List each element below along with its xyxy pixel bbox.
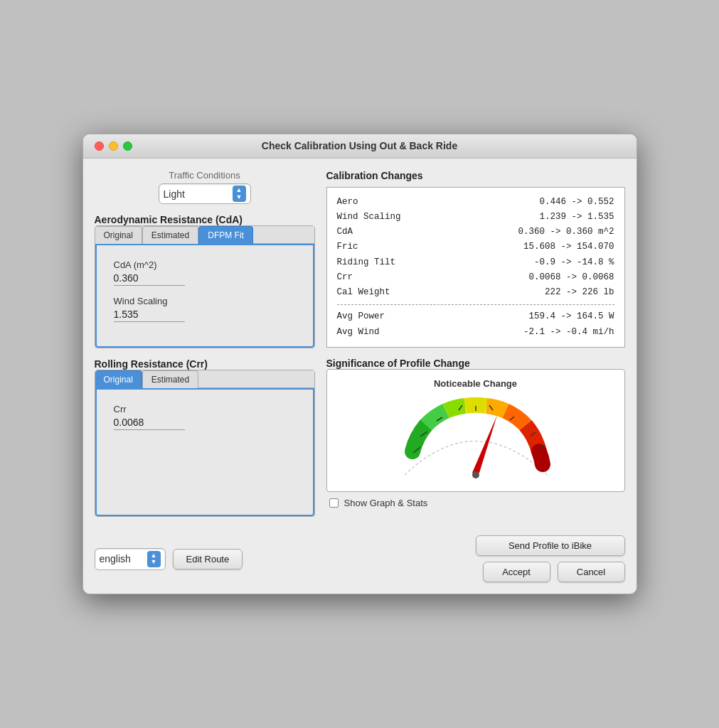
tab-original-rolling[interactable]: Original (95, 370, 142, 388)
cancel-button[interactable]: Cancel (558, 562, 625, 582)
language-select[interactable]: english ▲ ▼ (95, 548, 166, 571)
tab-estimated-rolling[interactable]: Estimated (142, 370, 198, 388)
aero-tab-panel: Original Estimated DFPM Fit CdA (m^2) 0.… (95, 225, 315, 348)
language-select-arrows[interactable]: ▲ ▼ (147, 551, 161, 568)
tab-estimated-aero[interactable]: Estimated (142, 226, 198, 244)
table-row: Avg Wind -2.1 -> -0.4 mi/h (337, 325, 614, 340)
accept-button[interactable]: Accept (483, 562, 550, 582)
accept-cancel-row: Accept Cancel (483, 562, 625, 582)
cal-values: 159.4 -> 164.5 W (528, 309, 614, 324)
table-row: Fric 15.608 -> 154.070 (337, 240, 614, 255)
wind-scaling-field: Wind Scaling 1.535 (114, 296, 296, 322)
arrow-down-icon: ▼ (236, 194, 243, 201)
cda-label: CdA (m^2) (114, 259, 296, 270)
aero-section-title: Aerodynamic Resistance (CdA) (95, 214, 315, 225)
calibration-changes-section: Calibration Changes Aero 0.446 -> 0.552 … (326, 170, 625, 348)
cal-name: Avg Power (337, 309, 408, 324)
send-profile-button[interactable]: Send Profile to iBike (476, 535, 625, 556)
tab-dfpm-fit[interactable]: DFPM Fit (198, 226, 253, 244)
cal-values: 0.0068 -> 0.0068 (528, 270, 614, 285)
cal-values: 0.360 -> 0.360 m^2 (518, 225, 614, 240)
table-row: Aero 0.446 -> 0.552 (337, 195, 614, 210)
bottom-bar: english ▲ ▼ Edit Route Send Profile to i… (83, 528, 637, 594)
close-button[interactable] (95, 141, 104, 151)
crr-value: 0.0068 (114, 417, 185, 430)
table-row: CdA 0.360 -> 0.360 m^2 (337, 225, 614, 240)
gauge-pivot (472, 471, 479, 478)
table-divider (337, 304, 614, 305)
show-graph-label: Show Graph & Stats (344, 498, 428, 508)
traffic-select[interactable]: Light ▲ ▼ (159, 183, 251, 205)
main-window: Check Calibration Using Out & Back Ride … (82, 134, 637, 595)
arrow-down-icon: ▼ (151, 559, 157, 566)
gauge-svg-element (383, 393, 568, 486)
rolling-section: Rolling Resistance (Crr) Original Estima… (95, 358, 315, 517)
language-value: english (100, 553, 131, 564)
wind-scaling-label: Wind Scaling (114, 296, 296, 306)
table-row: Wind Scaling 1.239 -> 1.535 (337, 210, 614, 225)
gauge-label: Noticeable Change (434, 378, 517, 389)
cal-values: 15.608 -> 154.070 (523, 240, 614, 255)
cal-name: Riding Tilt (337, 255, 408, 270)
traffic-label: Traffic Conditions (169, 170, 240, 181)
right-panel: Calibration Changes Aero 0.446 -> 0.552 … (326, 170, 625, 518)
cda-field: CdA (m^2) 0.360 (114, 259, 296, 286)
show-graph-checkbox[interactable] (329, 498, 339, 508)
calibration-table: Aero 0.446 -> 0.552 Wind Scaling 1.239 -… (326, 187, 625, 348)
cal-values: 222 -> 226 lb (545, 285, 614, 300)
significance-title: Significance of Profile Change (326, 358, 625, 369)
gauge-needle (472, 415, 497, 475)
minimize-button[interactable] (109, 141, 118, 151)
traffic-conditions-section: Traffic Conditions Light ▲ ▼ (95, 170, 315, 205)
cal-name: Wind Scaling (337, 210, 408, 225)
crr-label: Crr (114, 404, 296, 414)
table-row: Cal Weight 222 -> 226 lb (337, 285, 614, 300)
table-row: Riding Tilt -0.9 -> -14.8 % (337, 255, 614, 270)
table-row: Crr 0.0068 -> 0.0068 (337, 270, 614, 285)
title-bar: Check Calibration Using Out & Back Ride (83, 134, 637, 159)
cal-name: Crr (337, 270, 408, 285)
cal-name: Avg Wind (337, 325, 408, 340)
rolling-tab-bar: Original Estimated (95, 370, 314, 388)
show-graph-row: Show Graph & Stats (329, 498, 625, 508)
cal-name: Fric (337, 240, 408, 255)
cal-values: -0.9 -> -14.8 % (534, 255, 614, 270)
edit-route-button[interactable]: Edit Route (173, 549, 243, 569)
cal-values: 1.239 -> 1.535 (539, 210, 614, 225)
calibration-changes-title: Calibration Changes (326, 170, 625, 181)
cal-name: CdA (337, 225, 408, 240)
significance-section: Significance of Profile Change Noticeabl… (326, 358, 625, 508)
crr-field: Crr 0.0068 (114, 404, 296, 430)
window-title: Check Calibration Using Out & Back Ride (262, 140, 457, 151)
gauge-svg (383, 393, 568, 486)
maximize-button[interactable] (123, 141, 132, 151)
wind-scaling-value: 1.535 (114, 309, 185, 322)
cal-values: 0.446 -> 0.552 (539, 195, 614, 210)
left-bottom: english ▲ ▼ Edit Route (95, 548, 243, 571)
aero-section: Aerodynamic Resistance (CdA) Original Es… (95, 214, 315, 348)
window-controls (95, 141, 132, 151)
rolling-tab-content: Crr 0.0068 (95, 388, 314, 516)
aero-tab-content: CdA (m^2) 0.360 Wind Scaling 1.535 (95, 244, 314, 348)
gauge-container: Noticeable Change (326, 369, 625, 492)
left-panel: Traffic Conditions Light ▲ ▼ Aerodynamic… (95, 170, 315, 518)
rolling-section-title: Rolling Resistance (Crr) (95, 358, 315, 370)
aero-tab-bar: Original Estimated DFPM Fit (95, 226, 314, 244)
cal-name: Cal Weight (337, 285, 408, 300)
traffic-select-arrows[interactable]: ▲ ▼ (233, 186, 246, 203)
traffic-select-value: Light (164, 188, 185, 200)
rolling-tab-panel: Original Estimated Crr 0.0068 (95, 370, 315, 517)
cal-name: Aero (337, 195, 408, 210)
cda-value: 0.360 (114, 272, 185, 286)
table-row: Avg Power 159.4 -> 164.5 W (337, 309, 614, 324)
right-bottom: Send Profile to iBike Accept Cancel (476, 535, 625, 582)
tab-original-aero[interactable]: Original (95, 226, 142, 244)
main-content: Traffic Conditions Light ▲ ▼ Aerodynamic… (83, 159, 637, 529)
cal-values: -2.1 -> -0.4 mi/h (523, 325, 614, 340)
